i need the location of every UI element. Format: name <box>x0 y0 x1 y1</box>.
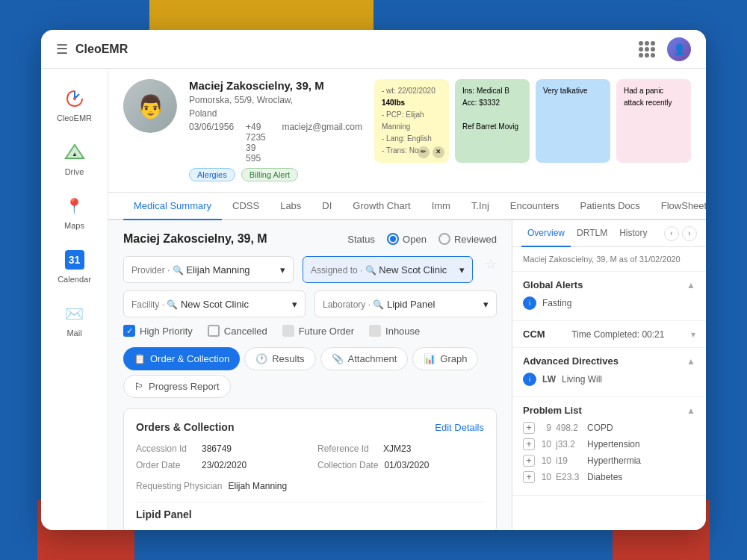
billing-tag[interactable]: Billing Alert <box>241 168 298 181</box>
sidebar-label-calendar: Calendar <box>58 275 91 284</box>
problem-label-0: COPD <box>587 423 613 433</box>
laboratory-select[interactable]: Laboratory · 🔍 Lipid Panel ▾ <box>314 290 497 317</box>
rp-prev-arrow[interactable]: ‹ <box>664 226 679 241</box>
checkbox-cancelled[interactable]: Cancelled <box>208 325 267 337</box>
tab-cdss[interactable]: CDSS <box>222 193 270 220</box>
card-close-icon[interactable]: ✕ <box>433 146 444 158</box>
problem-code-3: E23.3 <box>556 472 583 482</box>
rp-global-alerts-title: Global Alerts <box>523 279 583 290</box>
status-reviewed-option[interactable]: Reviewed <box>438 233 497 245</box>
patient-phone: +49 7235 39 595 <box>246 122 270 164</box>
rp-section-advanced-directives: Advanced Directives ▲ i LW Living Will <box>512 348 706 397</box>
problem-item-3: + 10 E23.3 Diabetes <box>523 471 695 483</box>
tab-t-inj[interactable]: T.Inj <box>461 193 500 220</box>
checkbox-high-priority[interactable]: ✓ High Priority <box>123 325 193 337</box>
user-avatar[interactable]: 👤 <box>667 37 691 61</box>
order-date-row: Order Date 23/02/2020 <box>136 460 303 470</box>
status-open-radio[interactable] <box>387 233 399 245</box>
action-tab-attachment[interactable]: 📎 Attachment <box>320 347 409 370</box>
checkbox-future-order[interactable]: Future Order <box>282 325 354 337</box>
problem-plus-1[interactable]: + <box>523 438 535 450</box>
collection-date-label: Collection Date <box>317 460 378 470</box>
patient-cards: - wt: 22/02/2020 140lbs - PCP: Elijah Ma… <box>374 79 691 163</box>
accession-id-label: Accession Id <box>136 444 196 454</box>
action-tab-graph[interactable]: 📊 Graph <box>412 347 478 370</box>
tab-encounters[interactable]: Encounters <box>500 193 570 220</box>
provider-select[interactable]: Provider · 🔍 Elijah Manning ▾ <box>123 256 294 283</box>
lipid-panel-title: Lipid Panel <box>136 502 484 520</box>
patient-header: 👨 Maciej Zakoscielny, 39, M Pomorska, 55… <box>108 69 706 193</box>
cleoEMR-icon <box>63 87 87 111</box>
checkbox-cancelled-box[interactable] <box>208 325 220 337</box>
sidebar-label-maps: Maps <box>64 221 84 230</box>
rp-section-problem-list-header: Problem List ▲ <box>523 405 695 416</box>
order-date-value: 23/02/2020 <box>202 460 247 470</box>
ccm-time: Time Completed: 00:21 <box>571 329 664 340</box>
reference-id-value: XJM23 <box>383 444 411 454</box>
problem-num-1: 10 <box>539 439 551 449</box>
assigned-to-select[interactable]: Assigned to · 🔍 New Scot Clinic ▾ <box>303 256 473 283</box>
card-edit-icon[interactable]: ✏ <box>418 146 430 158</box>
action-tabs: 📋 Order & Collection 🕐 Results 📎 Attachm… <box>123 347 497 398</box>
drive-icon: ▲ <box>63 140 87 164</box>
status-reviewed-radio[interactable] <box>438 233 450 245</box>
progress-report-icon: 🏳 <box>134 381 144 392</box>
patient-address-1: Pomorska, 55/9, Wroclaw, <box>189 93 362 107</box>
collection-date-row: Collection Date 01/03/2020 <box>317 460 484 470</box>
checkbox-high-priority-box[interactable]: ✓ <box>123 325 135 337</box>
allergy-tag[interactable]: Alergies <box>189 168 235 181</box>
mail-icon: ✉️ <box>63 302 87 326</box>
patient-contact-row: 03/06/1956 +49 7235 39 595 maciejz@gmail… <box>189 122 362 164</box>
results-label: Results <box>272 353 304 364</box>
status-open-option[interactable]: Open <box>387 233 427 245</box>
collection-title: Orders & Collection <box>136 421 234 433</box>
action-tab-order-collection[interactable]: 📋 Order & Collection <box>123 347 240 370</box>
sidebar-item-cleoEMR[interactable]: CleoEMR <box>49 81 101 128</box>
problem-label-2: Hyperthermia <box>587 455 641 466</box>
content-with-panel: Maciej Zakoscielny, 39, M Status Open <box>108 220 706 530</box>
tab-di[interactable]: DI <box>311 193 342 220</box>
collection-header: Orders & Collection Edit Details <box>136 421 484 433</box>
main-window: ☰ CleoEMR 👤 CleoEMR <box>41 30 706 530</box>
menu-icon[interactable]: ☰ <box>56 41 68 57</box>
sidebar-item-calendar[interactable]: 31 Calendar <box>49 242 101 290</box>
rp-next-arrow[interactable]: › <box>682 226 697 241</box>
left-sidebar: CleoEMR ▲ Drive 📍 Maps 31 <box>41 69 108 530</box>
checkbox-future-order-box[interactable] <box>282 325 294 337</box>
action-tab-results[interactable]: 🕐 Results <box>244 347 315 370</box>
rp-section-global-alerts: Global Alerts ▲ i Fasting <box>512 272 706 321</box>
body-layout: CleoEMR ▲ Drive 📍 Maps 31 <box>41 69 706 530</box>
rp-tab-overview[interactable]: Overview <box>521 220 571 247</box>
checkbox-inhouse[interactable]: Inhouse <box>369 325 420 337</box>
sidebar-item-drive[interactable]: ▲ Drive <box>49 134 101 182</box>
problem-plus-2[interactable]: + <box>523 455 535 467</box>
edit-details-link[interactable]: Edit Details <box>435 422 484 433</box>
rp-global-alerts-collapse[interactable]: ▲ <box>686 280 695 290</box>
order-collection-label: Order & Collection <box>150 353 229 364</box>
tab-patients-docs[interactable]: Patients Docs <box>570 193 651 220</box>
problem-plus-0[interactable]: + <box>523 422 535 434</box>
collection-grid: Accession Id 386749 Reference Id XJM23 O… <box>136 444 484 470</box>
info-card-blue: Very talkative <box>536 79 610 163</box>
favorite-star-icon[interactable]: ☆ <box>485 256 497 283</box>
rp-problem-list-collapse[interactable]: ▲ <box>686 405 695 416</box>
attachment-label: Attachment <box>348 353 397 364</box>
rp-tab-history[interactable]: History <box>613 220 653 247</box>
patient-dob: 03/06/1956 <box>189 122 234 164</box>
tab-growth-chart[interactable]: Growth Chart <box>342 193 421 220</box>
problem-plus-3[interactable]: + <box>523 471 535 483</box>
sidebar-item-mail[interactable]: ✉️ Mail <box>49 296 101 343</box>
maps-icon: 📍 <box>63 194 87 218</box>
ccm-expand[interactable]: ▾ <box>691 329 695 340</box>
tab-labs[interactable]: Labs <box>270 193 311 220</box>
grid-icon[interactable] <box>639 41 655 57</box>
tab-imm[interactable]: Imm <box>421 193 461 220</box>
facility-select[interactable]: Facility · 🔍 New Scot Clinic ▾ <box>123 290 306 317</box>
sidebar-item-maps[interactable]: 📍 Maps <box>49 188 101 236</box>
rp-advanced-directives-collapse[interactable]: ▲ <box>686 356 695 367</box>
tab-flowsheets[interactable]: FlowSheets <box>651 193 706 220</box>
tab-medical-summary[interactable]: Medical Summary <box>123 193 222 220</box>
checkbox-inhouse-box[interactable] <box>369 325 381 337</box>
action-tab-progress-report[interactable]: 🏳 Progress Report <box>123 375 231 398</box>
rp-tab-drtlm[interactable]: DRTLM <box>571 220 613 247</box>
